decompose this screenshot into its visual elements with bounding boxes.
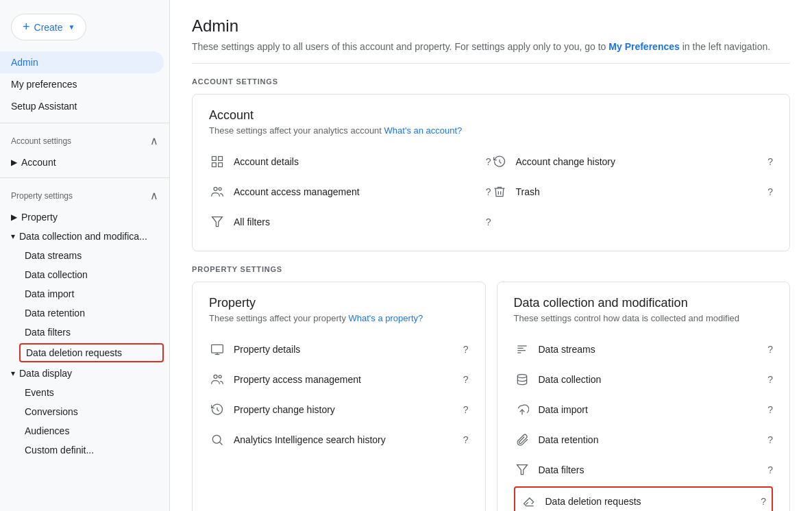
- eraser-icon: [521, 493, 537, 510]
- data-filters-item[interactable]: Data filters ?: [514, 455, 774, 485]
- svg-point-11: [219, 375, 221, 378]
- svg-marker-20: [517, 465, 527, 475]
- sidebar-item-my-preferences[interactable]: My preferences: [0, 73, 164, 95]
- account-access-item[interactable]: Account access management ?: [209, 177, 491, 207]
- data-retention-item[interactable]: Data retention ?: [514, 425, 774, 455]
- data-collection-item[interactable]: Data collection ?: [514, 364, 774, 395]
- data-import-help-icon[interactable]: ?: [767, 404, 773, 415]
- main-content: Admin These settings apply to all users …: [170, 0, 812, 511]
- data-deletion-item[interactable]: Data deletion requests ?: [514, 486, 774, 511]
- property-card-title: Property: [209, 296, 469, 310]
- analytics-intelligence-help-icon[interactable]: ?: [463, 434, 469, 445]
- account-details-help-icon[interactable]: ?: [486, 156, 491, 167]
- account-items-left: Account details ? Account access managem…: [209, 147, 491, 237]
- data-display-label: Data display: [19, 368, 72, 379]
- search-icon: [209, 432, 225, 448]
- create-label: Create: [34, 22, 63, 33]
- property-section: Property These settings affect your prop…: [192, 282, 790, 511]
- sidebar-child-custom-def[interactable]: Custom definit...: [0, 440, 169, 460]
- property-access-help-icon[interactable]: ?: [463, 374, 469, 385]
- property-card-subtitle: These settings affect your property What…: [209, 313, 469, 323]
- data-collection-help-icon[interactable]: ?: [767, 374, 773, 385]
- svg-point-12: [212, 435, 221, 443]
- data-streams-label: Data streams: [539, 344, 760, 355]
- sidebar-item-data-display[interactable]: ▾ Data display: [0, 364, 169, 383]
- account-change-history-item[interactable]: Account change history ?: [491, 147, 774, 177]
- data-collection-label: Data collection and modifica...: [19, 231, 147, 242]
- data-retention-help-icon[interactable]: ?: [767, 434, 773, 445]
- data-filters-label: Data filters: [539, 464, 760, 475]
- data-filters-help-icon[interactable]: ?: [767, 464, 773, 475]
- data-streams-item[interactable]: Data streams ?: [514, 334, 774, 364]
- property-access-item[interactable]: Property access management ?: [209, 364, 469, 395]
- data-collection-card: Data collection and modification These s…: [497, 282, 791, 511]
- data-deletion-label: Data deletion requests: [545, 496, 753, 507]
- property-settings-section-label: PROPERTY SETTINGS: [192, 265, 790, 273]
- svg-rect-3: [219, 163, 223, 167]
- property-details-label: Property details: [234, 344, 455, 355]
- trash-label: Trash: [516, 186, 760, 197]
- sidebar-child-conversions[interactable]: Conversions: [0, 402, 169, 421]
- account-settings-header[interactable]: Account settings ∧: [0, 129, 169, 153]
- chevron-right-icon: ▶: [11, 158, 17, 167]
- chevron-down-icon-3: ▾: [11, 369, 15, 378]
- sidebar-child-data-streams[interactable]: Data streams: [0, 246, 169, 265]
- whats-property-link[interactable]: What's a property?: [349, 313, 423, 323]
- grid-icon: [209, 153, 225, 170]
- history-icon-2: [209, 401, 225, 418]
- account-change-history-help-icon[interactable]: ?: [767, 156, 773, 167]
- people-icon: [209, 184, 225, 200]
- property-change-history-item[interactable]: Property change history ?: [209, 395, 469, 425]
- sidebar-child-data-filters[interactable]: Data filters: [0, 323, 169, 342]
- sidebar-child-data-deletion[interactable]: Data deletion requests: [19, 343, 164, 362]
- data-streams-help-icon[interactable]: ?: [767, 344, 773, 355]
- analytics-intelligence-label: Analytics Intelligence search history: [234, 434, 455, 445]
- account-card-title: Account: [209, 108, 773, 123]
- sidebar-item-setup-assistant[interactable]: Setup Assistant: [0, 95, 164, 117]
- svg-rect-2: [212, 163, 217, 167]
- property-details-item[interactable]: Property details ?: [209, 334, 469, 364]
- data-collection-card-title: Data collection and modification: [514, 296, 774, 310]
- property-change-history-help-icon[interactable]: ?: [463, 404, 469, 415]
- data-deletion-help-icon[interactable]: ?: [761, 496, 766, 507]
- property-details-help-icon[interactable]: ?: [463, 344, 469, 355]
- svg-rect-1: [219, 157, 223, 161]
- sidebar-item-label: Admin: [11, 57, 38, 68]
- account-items-right: Account change history ? Trash ?: [491, 147, 774, 237]
- property-settings-header[interactable]: Property settings ∧: [0, 184, 169, 208]
- whats-account-link[interactable]: What's an account?: [384, 125, 463, 136]
- data-retention-label: Data retention: [539, 434, 760, 445]
- chevron-right-icon-2: ▶: [11, 212, 17, 222]
- sidebar-item-label: Setup Assistant: [11, 101, 77, 112]
- chevron-down-icon: ▼: [69, 23, 75, 31]
- sidebar-item-admin[interactable]: Admin: [0, 51, 164, 73]
- sidebar-child-data-collection[interactable]: Data collection: [0, 265, 169, 284]
- account-card: Account These settings affect your analy…: [192, 94, 790, 251]
- subtitle-text-end: in the left navigation.: [680, 41, 770, 52]
- account-details-label: Account details: [234, 156, 478, 167]
- account-access-help-icon[interactable]: ?: [486, 186, 491, 197]
- all-filters-label: All filters: [234, 216, 478, 227]
- sidebar-child-data-retention[interactable]: Data retention: [0, 303, 169, 323]
- sidebar-item-property[interactable]: ▶ Property: [0, 208, 169, 227]
- all-filters-item[interactable]: All filters ?: [209, 207, 491, 237]
- property-access-label: Property access management: [234, 374, 455, 385]
- data-import-item[interactable]: Data import ?: [514, 395, 774, 425]
- sidebar-item-account[interactable]: ▶ Account: [0, 153, 169, 172]
- svg-point-4: [214, 187, 217, 190]
- trash-help-icon[interactable]: ?: [767, 186, 773, 197]
- data-collection-card-subtitle: These settings control how data is colle…: [514, 313, 774, 323]
- trash-item[interactable]: Trash ?: [491, 177, 774, 207]
- sidebar-item-data-collection[interactable]: ▾ Data collection and modifica...: [0, 227, 169, 246]
- sidebar-child-data-import[interactable]: Data import: [0, 284, 169, 303]
- account-card-grid: Account details ? Account access managem…: [209, 147, 773, 237]
- analytics-intelligence-item[interactable]: Analytics Intelligence search history ?: [209, 425, 469, 455]
- account-details-item[interactable]: Account details ?: [209, 147, 491, 177]
- all-filters-help-icon[interactable]: ?: [486, 216, 491, 227]
- my-preferences-link[interactable]: My Preferences: [608, 41, 680, 52]
- sidebar-child-audiences[interactable]: Audiences: [0, 421, 169, 440]
- svg-point-5: [219, 188, 221, 190]
- sidebar-child-events[interactable]: Events: [0, 383, 169, 402]
- svg-point-18: [517, 375, 526, 378]
- create-button[interactable]: + Create ▼: [11, 14, 86, 40]
